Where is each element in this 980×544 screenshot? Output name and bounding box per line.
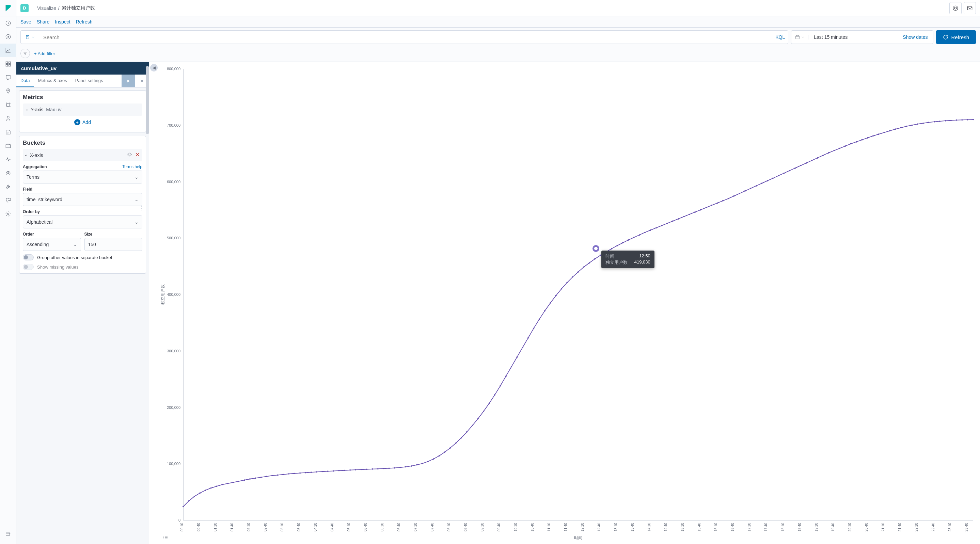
space-badge[interactable]: D <box>21 4 29 12</box>
svg-point-168 <box>667 223 668 224</box>
field-select[interactable]: time_str.keyword⌄ <box>23 193 142 206</box>
svg-point-196 <box>822 154 824 156</box>
orderby-select[interactable]: Alphabetical⌄ <box>23 215 142 228</box>
nav-devtools-icon[interactable] <box>0 180 16 193</box>
filter-row: + Add filter <box>16 47 980 62</box>
group-other-toggle[interactable] <box>23 254 34 261</box>
svg-point-141 <box>516 356 518 358</box>
newsfeed-icon[interactable] <box>964 2 976 14</box>
size-input[interactable]: 150 <box>84 238 143 251</box>
aggregation-select[interactable]: Terms⌄ <box>23 170 142 183</box>
show-missing-toggle[interactable] <box>23 264 34 270</box>
help-icon[interactable] <box>949 2 962 14</box>
search-input[interactable] <box>39 31 772 44</box>
svg-point-154 <box>589 262 590 264</box>
svg-point-218 <box>945 120 946 121</box>
filter-options-icon[interactable] <box>21 49 30 58</box>
svg-point-100 <box>288 473 290 474</box>
svg-text:13:40: 13:40 <box>631 523 635 531</box>
terms-help-link[interactable]: Terms help <box>122 164 142 169</box>
svg-point-223 <box>972 119 974 120</box>
legend-toggle-icon[interactable] <box>163 535 168 541</box>
nav-discover-icon[interactable] <box>0 30 16 44</box>
svg-point-170 <box>678 218 679 220</box>
show-dates-button[interactable]: Show dates <box>897 31 933 44</box>
svg-point-97 <box>271 475 273 476</box>
order-select[interactable]: Ascending⌄ <box>23 238 81 251</box>
chart-tooltip: 时间12:50 独立用户数419,030 <box>601 251 654 268</box>
svg-point-178 <box>722 200 724 202</box>
svg-text:05:40: 05:40 <box>364 523 368 531</box>
nav-monitoring-icon[interactable] <box>0 193 16 207</box>
svg-text:独立用户数: 独立用户数 <box>161 284 165 305</box>
kibana-logo[interactable] <box>0 0 16 16</box>
yaxis-agg-row[interactable]: › Y-axis Max uv <box>23 103 142 116</box>
svg-point-186 <box>767 180 768 181</box>
svg-point-82 <box>188 500 189 502</box>
nav-siem-icon[interactable] <box>0 166 16 180</box>
svg-point-190 <box>789 170 790 171</box>
svg-point-138 <box>500 385 501 387</box>
refresh-button[interactable]: Refresh <box>936 30 976 44</box>
svg-point-7 <box>8 90 8 91</box>
nav-maps-icon[interactable] <box>0 84 16 98</box>
svg-point-109 <box>338 470 339 471</box>
nav-apm-icon[interactable] <box>0 139 16 153</box>
svg-point-115 <box>372 468 373 470</box>
date-range-label[interactable]: Last 15 minutes <box>808 34 897 40</box>
svg-point-107 <box>327 471 329 472</box>
svg-point-165 <box>650 229 651 231</box>
nav-uptime-icon[interactable] <box>0 153 16 166</box>
editor-scrollbar[interactable] <box>146 66 149 134</box>
nav-ml-icon[interactable] <box>0 98 16 112</box>
svg-point-184 <box>756 185 757 186</box>
nav-expand-icon[interactable] <box>0 527 16 541</box>
xaxis-bucket-row[interactable]: › X-axis ✕ <box>23 149 142 161</box>
delete-bucket-icon[interactable]: ✕ <box>135 152 140 158</box>
share-link[interactable]: Share <box>37 19 49 24</box>
tab-data[interactable]: Data <box>16 75 34 87</box>
svg-point-114 <box>366 468 368 470</box>
svg-text:200,000: 200,000 <box>167 406 180 410</box>
add-metric-button[interactable]: + Add <box>23 116 142 129</box>
svg-point-21 <box>129 154 130 155</box>
tab-panel-settings[interactable]: Panel settings <box>71 75 107 87</box>
svg-point-177 <box>716 202 718 204</box>
nav-management-icon[interactable] <box>0 207 16 221</box>
toggle-visibility-icon[interactable] <box>127 152 132 158</box>
breadcrumb-section[interactable]: Visualize <box>37 5 56 11</box>
svg-point-15 <box>7 213 9 215</box>
svg-point-118 <box>388 468 390 469</box>
save-link[interactable]: Save <box>21 19 31 24</box>
tab-metrics-axes[interactable]: Metrics & axes <box>34 75 71 87</box>
saved-query-button[interactable] <box>21 31 39 44</box>
svg-point-144 <box>533 328 534 329</box>
nav-canvas-icon[interactable] <box>0 71 16 84</box>
editor-tabs: Data Metrics & axes Panel settings ✕ <box>16 75 149 87</box>
date-quick-button[interactable] <box>791 35 808 40</box>
svg-point-206 <box>878 134 879 135</box>
kql-toggle[interactable]: KQL <box>772 31 788 44</box>
breadcrumb: Visualize / 累计独立用户数 <box>37 5 95 11</box>
nav-dashboard-icon[interactable] <box>0 57 16 71</box>
svg-point-99 <box>283 474 284 475</box>
refresh-link[interactable]: Refresh <box>76 19 92 24</box>
svg-point-91 <box>238 481 239 482</box>
nav-recent-icon[interactable] <box>0 16 16 30</box>
svg-point-198 <box>834 150 835 151</box>
nav-metrics-icon[interactable] <box>0 112 16 125</box>
svg-point-214 <box>923 122 924 124</box>
inspect-link[interactable]: Inspect <box>55 19 70 24</box>
svg-text:00:10: 00:10 <box>180 523 184 531</box>
svg-point-116 <box>377 468 379 469</box>
svg-point-195 <box>817 157 818 159</box>
nav-visualize-icon[interactable] <box>0 44 16 57</box>
nav-logs-icon[interactable] <box>0 125 16 139</box>
svg-point-126 <box>433 458 434 460</box>
apply-changes-button[interactable] <box>122 75 135 87</box>
svg-point-119 <box>394 468 395 469</box>
add-filter-button[interactable]: + Add filter <box>34 51 55 56</box>
svg-point-163 <box>639 234 640 235</box>
line-chart[interactable]: 0100,000200,000300,000400,000500,000600,… <box>159 65 977 541</box>
drag-handle-icon[interactable]: ⋮ <box>139 205 145 212</box>
